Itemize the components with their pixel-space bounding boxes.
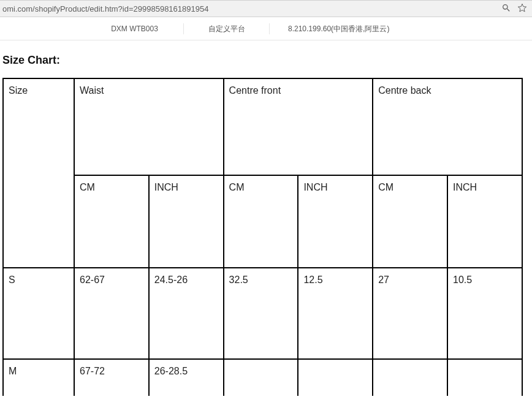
cell-cb-cm: 27 <box>373 268 447 359</box>
cell-waist-cm: 67-72 <box>74 359 149 396</box>
header-cf-inch: INCH <box>298 175 373 268</box>
header-size: Size <box>3 78 74 268</box>
browser-icons <box>501 3 530 15</box>
info-sku: DXM WTB003 <box>86 23 184 34</box>
table-header-row-1: Size Waist Centre front Centre back <box>3 78 522 175</box>
info-strip: DXM WTB003 自定义平台 8.210.199.60(中国香港,阿里云) <box>0 17 532 40</box>
header-cb-inch: INCH <box>447 175 522 268</box>
table-row: S 62-67 24.5-26 32.5 12.5 27 10.5 <box>3 268 522 359</box>
header-waist-cm: CM <box>74 175 149 268</box>
cell-size: M <box>3 359 74 396</box>
header-waist: Waist <box>74 78 224 175</box>
url-text: omi.com/shopifyProduct/edit.htm?id=29998… <box>2 4 501 13</box>
header-centre-back: Centre back <box>373 78 522 175</box>
star-icon[interactable] <box>517 3 527 15</box>
cell-waist-inch: 26-28.5 <box>149 359 224 396</box>
info-platform: 自定义平台 <box>184 23 270 34</box>
cell-cf-cm: 32.5 <box>224 268 298 359</box>
table-row: M 67-72 26-28.5 <box>3 359 522 396</box>
header-waist-inch: INCH <box>149 175 224 268</box>
cell-size: S <box>3 268 74 359</box>
browser-address-bar[interactable]: omi.com/shopifyProduct/edit.htm?id=29998… <box>0 0 532 17</box>
cell-waist-inch: 24.5-26 <box>149 268 224 359</box>
cell-waist-cm: 62-67 <box>74 268 149 359</box>
cell-cb-inch: 10.5 <box>447 268 522 359</box>
section-title: Size Chart: <box>2 54 530 67</box>
header-centre-front: Centre front <box>224 78 373 175</box>
cell-cb-cm <box>373 359 447 396</box>
cell-cb-inch <box>447 359 522 396</box>
zoom-icon[interactable] <box>501 3 511 15</box>
header-cf-cm: CM <box>224 175 298 268</box>
cell-cf-inch: 12.5 <box>298 268 373 359</box>
table-header-row-2: CM INCH CM INCH CM INCH <box>3 175 522 268</box>
info-server: 8.210.199.60(中国香港,阿里云) <box>270 23 395 34</box>
content-area: Size Chart: Size Waist Centre front Cent… <box>0 54 532 396</box>
cell-cf-cm <box>224 359 298 396</box>
size-chart-table: Size Waist Centre front Centre back CM I… <box>2 78 523 396</box>
cell-cf-inch <box>298 359 373 396</box>
header-cb-cm: CM <box>373 175 447 268</box>
